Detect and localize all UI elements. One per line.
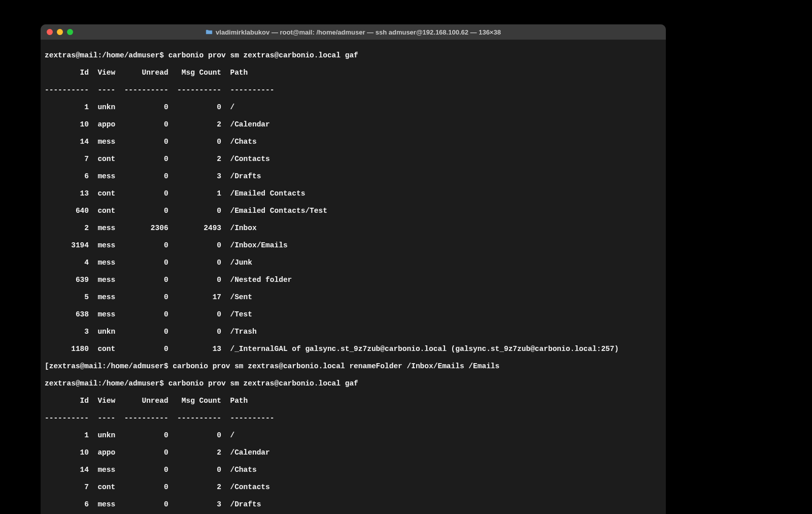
folder-icon [206, 28, 213, 36]
table-row: 1 unkn 0 0 / [45, 431, 662, 440]
table-divider: ---------- ---- ---------- ---------- --… [45, 86, 662, 94]
window-titlebar: vladimirklabukov — root@mail: /home/admu… [41, 24, 666, 40]
table-row: 2 mess 2306 2493 /Inbox [45, 224, 662, 233]
command: carbonio prov sm zextras@carbonio.local … [173, 362, 499, 370]
table-row: 6 mess 0 3 /Drafts [45, 172, 662, 181]
command-line: [zextras@mail:/home/admuser$ carbonio pr… [45, 362, 662, 371]
table-row: 13 cont 0 1 /Emailed Contacts [45, 189, 662, 198]
window-title-text: vladimirklabukov — root@mail: /home/admu… [216, 28, 501, 36]
zoom-button[interactable] [67, 29, 73, 35]
window-controls [47, 29, 73, 35]
prompt: zextras@mail:/home/admuser$ [45, 379, 168, 388]
prompt: zextras@mail:/home/admuser$ [45, 51, 168, 59]
minimize-button[interactable] [57, 29, 63, 35]
command: carbonio prov sm zextras@carbonio.local … [168, 51, 358, 59]
table-row: 1180 cont 0 13 /_InternalGAL of galsync.… [45, 345, 662, 354]
command: carbonio prov sm zextras@carbonio.local … [168, 379, 358, 388]
table-row: 4 mess 0 0 /Junk [45, 259, 662, 267]
table-row: 3194 mess 0 0 /Inbox/Emails [45, 241, 662, 250]
table-header: Id View Unread Msg Count Path [45, 397, 662, 405]
table-divider: ---------- ---- ---------- ---------- --… [45, 414, 662, 423]
table-row: 3 unkn 0 0 /Trash [45, 328, 662, 336]
table-row: 639 mess 0 0 /Nested folder [45, 276, 662, 284]
window-title: vladimirklabukov — root@mail: /home/admu… [46, 28, 661, 36]
table-row: 14 mess 0 0 /Chats [45, 466, 662, 474]
table-row: 5 mess 0 17 /Sent [45, 293, 662, 302]
table-row: 10 appo 0 2 /Calendar [45, 448, 662, 457]
table-header: Id View Unread Msg Count Path [45, 69, 662, 77]
table-row: 6 mess 0 3 /Drafts [45, 500, 662, 509]
table-row: 638 mess 0 0 /Test [45, 310, 662, 319]
table-row: 14 mess 0 0 /Chats [45, 138, 662, 146]
terminal-body[interactable]: zextras@mail:/home/admuser$ carbonio pro… [41, 40, 666, 514]
table-row: 7 cont 0 2 /Contacts [45, 155, 662, 164]
prompt: [zextras@mail:/home/admuser$ [45, 362, 173, 370]
table-row: 640 cont 0 0 /Emailed Contacts/Test [45, 207, 662, 215]
table-row: 7 cont 0 2 /Contacts [45, 483, 662, 492]
table-row: 1 unkn 0 0 / [45, 103, 662, 112]
command-line: zextras@mail:/home/admuser$ carbonio pro… [45, 51, 662, 60]
close-button[interactable] [47, 29, 53, 35]
terminal-window: vladimirklabukov — root@mail: /home/admu… [41, 24, 666, 514]
command-line: zextras@mail:/home/admuser$ carbonio pro… [45, 379, 662, 388]
table-row: 10 appo 0 2 /Calendar [45, 120, 662, 129]
